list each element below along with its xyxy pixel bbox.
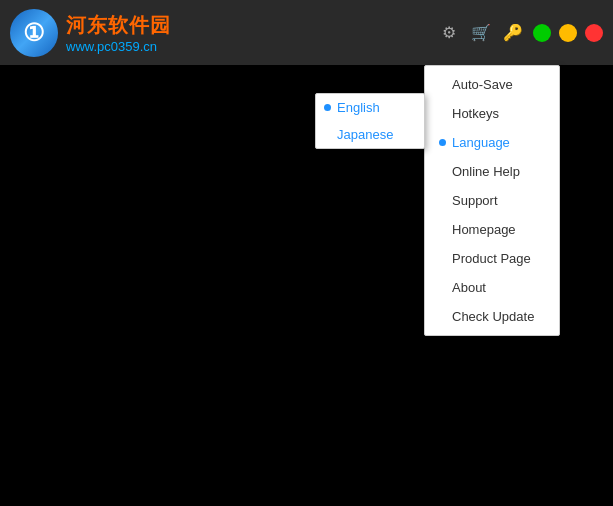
homepage-label: Homepage (452, 222, 516, 237)
cart-icon[interactable]: 🛒 (469, 21, 493, 45)
language-label: Language (452, 135, 510, 150)
language-japanese-item[interactable]: Japanese (316, 121, 424, 148)
close-button[interactable] (585, 24, 603, 42)
japanese-label: Japanese (337, 127, 393, 142)
title-bar: 河东软件园 www.pc0359.cn ⚙ 🛒 🔑 (0, 0, 613, 65)
logo-area: 河东软件园 www.pc0359.cn (10, 9, 171, 57)
support-label: Support (452, 193, 498, 208)
english-selected-dot (324, 104, 331, 111)
menu-item-about[interactable]: About (425, 273, 559, 302)
hotkeys-label: Hotkeys (452, 106, 499, 121)
language-dot (439, 139, 446, 146)
minimize-button[interactable] (559, 24, 577, 42)
english-label: English (337, 100, 380, 115)
menu-item-hotkeys[interactable]: Hotkeys (425, 99, 559, 128)
key-icon[interactable]: 🔑 (501, 21, 525, 45)
maximize-button[interactable] (533, 24, 551, 42)
about-label: About (452, 280, 486, 295)
menu-item-product-page[interactable]: Product Page (425, 244, 559, 273)
language-english-item[interactable]: English (316, 94, 424, 121)
gear-icon[interactable]: ⚙ (437, 21, 461, 45)
menu-item-online-help[interactable]: Online Help (425, 157, 559, 186)
main-content: English Japanese Auto-Save Hotkeys Langu… (0, 65, 613, 506)
logo-subtitle: www.pc0359.cn (66, 39, 171, 54)
online-help-label: Online Help (452, 164, 520, 179)
check-update-label: Check Update (452, 309, 534, 324)
app-logo-icon (10, 9, 58, 57)
menu-item-check-update[interactable]: Check Update (425, 302, 559, 331)
auto-save-label: Auto-Save (452, 77, 513, 92)
menu-item-auto-save[interactable]: Auto-Save (425, 70, 559, 99)
menu-item-support[interactable]: Support (425, 186, 559, 215)
menu-item-language[interactable]: Language (425, 128, 559, 157)
main-dropdown-menu: Auto-Save Hotkeys Language Online Help S… (424, 65, 560, 336)
logo-text: 河东软件园 www.pc0359.cn (66, 12, 171, 54)
title-bar-controls: ⚙ 🛒 🔑 (437, 21, 603, 45)
logo-title: 河东软件园 (66, 12, 171, 39)
menu-item-homepage[interactable]: Homepage (425, 215, 559, 244)
language-submenu: English Japanese (315, 93, 425, 149)
product-page-label: Product Page (452, 251, 531, 266)
